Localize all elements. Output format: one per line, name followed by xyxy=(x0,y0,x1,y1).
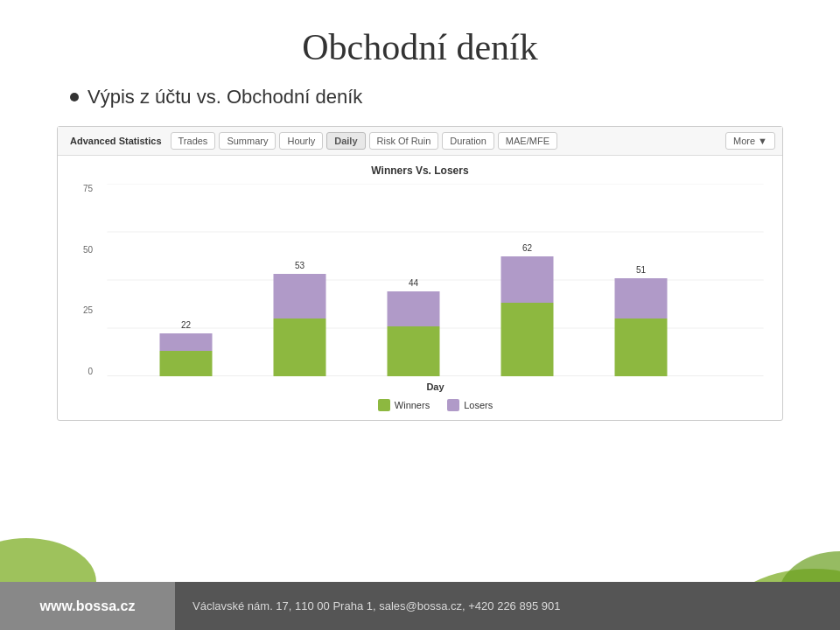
more-button[interactable]: More ▼ xyxy=(725,132,775,150)
chart-legend: Winners Losers xyxy=(97,399,774,411)
wednesday-winners xyxy=(388,326,440,376)
friday-losers xyxy=(615,278,668,318)
legend-winners: Winners xyxy=(378,399,430,411)
svg-text:44: 44 xyxy=(409,278,419,288)
tab-mae-mfe[interactable]: MAE/MFE xyxy=(498,132,557,150)
svg-text:22: 22 xyxy=(181,320,192,330)
svg-text:51: 51 xyxy=(636,265,647,275)
y-axis: 75 50 25 0 xyxy=(66,184,97,376)
footer-contact: Václavské nám. 17, 110 00 Praha 1, sales… xyxy=(192,599,560,612)
svg-text:62: 62 xyxy=(522,243,533,253)
x-axis-label: Day xyxy=(97,382,774,392)
svg-text:53: 53 xyxy=(295,261,305,270)
chart-area: Winners Vs. Losers 75 50 25 0 xyxy=(58,156,782,420)
y-label-75: 75 xyxy=(83,184,93,193)
bar-chart: 22 Monday 53 Tuesday 44 Wednesday xyxy=(97,184,774,376)
tab-duration[interactable]: Duration xyxy=(442,132,494,150)
chart-body: 22 Monday 53 Tuesday 44 Wednesday xyxy=(97,184,774,411)
winners-label: Winners xyxy=(395,400,430,410)
footer-left: www.bossa.cz xyxy=(0,582,175,630)
tabs-bar: Advanced Statistics Trades Summary Hourl… xyxy=(58,127,782,156)
thursday-losers xyxy=(501,256,554,303)
losers-swatch xyxy=(447,399,459,411)
monday-losers xyxy=(160,333,213,351)
winners-swatch xyxy=(378,399,390,411)
chart-title: Winners Vs. Losers xyxy=(66,164,774,177)
tab-summary[interactable]: Summary xyxy=(219,132,276,150)
losers-label: Losers xyxy=(464,400,493,410)
svg-point-15 xyxy=(0,538,96,582)
tab-daily[interactable]: Daily xyxy=(326,132,365,150)
chart-inner: 75 50 25 0 xyxy=(66,184,774,411)
footer: www.bossa.cz Václavské nám. 17, 110 00 P… xyxy=(0,582,840,630)
chart-container: Advanced Statistics Trades Summary Hourl… xyxy=(57,126,783,421)
thursday-winners xyxy=(501,303,554,376)
tuesday-winners xyxy=(274,318,326,376)
page-title: Obchodní deník xyxy=(0,0,840,86)
footer-right: Václavské nám. 17, 110 00 Praha 1, sales… xyxy=(175,582,840,630)
bullet-text: Výpis z účtu vs. Obchodní deník xyxy=(88,86,362,108)
bullet-section: Výpis z účtu vs. Obchodní deník xyxy=(0,86,840,126)
tuesday-losers xyxy=(274,274,326,318)
tab-risk-of-ruin[interactable]: Risk Of Ruin xyxy=(369,132,439,150)
friday-winners xyxy=(615,318,668,376)
chevron-down-icon: ▼ xyxy=(758,136,767,146)
footer-website: www.bossa.cz xyxy=(40,598,136,614)
y-label-0: 0 xyxy=(88,367,93,376)
monday-winners xyxy=(160,351,213,376)
legend-losers: Losers xyxy=(447,399,493,411)
tab-hourly[interactable]: Hourly xyxy=(279,132,323,150)
wednesday-losers xyxy=(388,291,440,326)
tab-advanced-statistics[interactable]: Advanced Statistics xyxy=(65,133,167,149)
more-label: More xyxy=(733,136,755,146)
deco-bottom-left xyxy=(0,512,140,582)
y-label-25: 25 xyxy=(83,305,93,315)
tab-trades[interactable]: Trades xyxy=(171,132,216,150)
bullet-dot xyxy=(70,93,79,102)
y-label-50: 50 xyxy=(83,245,93,255)
bullet-item: Výpis z účtu vs. Obchodní deník xyxy=(70,86,840,108)
